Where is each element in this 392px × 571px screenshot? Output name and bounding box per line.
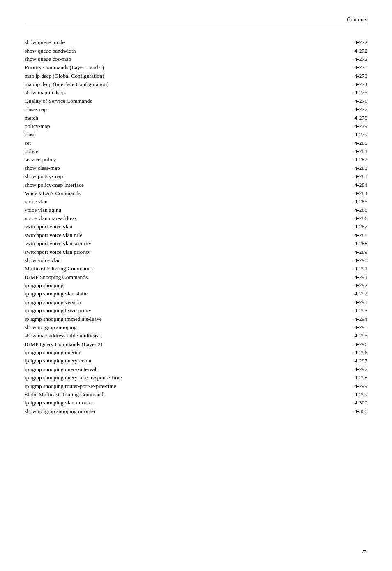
toc-row: set4-280	[25, 139, 367, 147]
toc-label: Quality of Service Commands	[25, 97, 299, 105]
toc-page: 4-292	[299, 290, 367, 298]
toc-label: ip igmp snooping query-interval	[25, 365, 299, 374]
toc-page: 4-272	[299, 55, 367, 63]
toc-label: service-policy	[25, 156, 299, 164]
toc-page: 4-278	[299, 114, 367, 122]
toc-page: 4-286	[299, 214, 367, 223]
toc-page: 4-297	[299, 365, 367, 374]
toc-row: voice vlan4-285	[25, 197, 367, 206]
toc-label: show queue bandwidth	[25, 46, 299, 55]
toc-row: Multicast Filtering Commands4-291	[25, 265, 367, 273]
toc-page: 4-275	[299, 88, 367, 97]
toc-page: 4-299	[299, 390, 367, 399]
toc-row: show mac-address-table multicast4-295	[25, 332, 367, 340]
toc-label: police	[25, 147, 299, 156]
toc-row: Voice VLAN Commands4-284	[25, 189, 367, 197]
toc-row: voice vlan mac-address4-286	[25, 214, 367, 223]
toc-page: 4-297	[299, 357, 367, 365]
toc-row: switchport voice vlan rule4-288	[25, 231, 367, 239]
toc-row: show policy-map4-283	[25, 172, 367, 181]
toc-row: show class-map4-283	[25, 164, 367, 172]
toc-row: ip igmp snooping vlan static4-292	[25, 290, 367, 298]
toc-page: 4-279	[299, 130, 367, 139]
toc-table: show queue mode4-272show queue bandwidth…	[25, 38, 367, 415]
toc-label: ip igmp snooping immediate-leave	[25, 315, 299, 323]
toc-row: show policy-map interface4-284	[25, 181, 367, 189]
toc-row: switchport voice vlan4-287	[25, 223, 367, 231]
toc-label: show voice vlan	[25, 256, 299, 265]
page-number: xv	[362, 548, 367, 554]
toc-row: show queue mode4-272	[25, 38, 367, 46]
toc-page: 4-294	[299, 315, 367, 323]
toc-page: 4-279	[299, 122, 367, 130]
toc-label: show policy-map interface	[25, 181, 299, 189]
toc-page: 4-295	[299, 323, 367, 332]
toc-row: IGMP Query Commands (Layer 2)4-296	[25, 340, 367, 348]
toc-page: 4-299	[299, 382, 367, 390]
toc-label: map ip dscp (Global Configuration)	[25, 72, 299, 80]
toc-label: voice vlan aging	[25, 206, 299, 214]
page-header: Contents	[25, 16, 367, 26]
toc-row: ip igmp snooping query-interval4-297	[25, 365, 367, 374]
toc-row: map ip dscp (Interface Configuration)4-2…	[25, 80, 367, 88]
toc-row: ip igmp snooping immediate-leave4-294	[25, 315, 367, 323]
toc-page: 4-272	[299, 46, 367, 55]
toc-row: service-policy4-282	[25, 156, 367, 164]
toc-page: 4-290	[299, 256, 367, 265]
toc-page: 4-291	[299, 265, 367, 273]
toc-label: switchport voice vlan	[25, 223, 299, 231]
toc-page: 4-284	[299, 189, 367, 197]
toc-row: IGMP Snooping Commands4-291	[25, 273, 367, 281]
toc-page: 4-273	[299, 72, 367, 80]
toc-label: switchport voice vlan rule	[25, 231, 299, 239]
toc-row: map ip dscp (Global Configuration)4-273	[25, 72, 367, 80]
page-footer: xv	[362, 548, 367, 555]
toc-row: show ip igmp snooping mrouter4-300	[25, 407, 367, 415]
toc-row: ip igmp snooping leave-proxy4-293	[25, 306, 367, 315]
toc-row: Static Multicast Routing Commands4-299	[25, 390, 367, 399]
toc-row: ip igmp snooping query-count4-297	[25, 357, 367, 365]
toc-page: 4-291	[299, 273, 367, 281]
toc-label: Static Multicast Routing Commands	[25, 390, 299, 399]
toc-label: ip igmp snooping vlan static	[25, 290, 299, 298]
toc-row: ip igmp snooping querier4-296	[25, 348, 367, 357]
toc-label: show policy-map	[25, 172, 299, 181]
toc-page: 4-276	[299, 97, 367, 105]
toc-label: switchport voice vlan priority	[25, 248, 299, 256]
toc-label: class	[25, 130, 299, 139]
toc-page: 4-284	[299, 181, 367, 189]
toc-label: ip igmp snooping vlan mrouter	[25, 399, 299, 407]
toc-page: 4-282	[299, 156, 367, 164]
toc-row: show queue cos-map4-272	[25, 55, 367, 63]
toc-page: 4-288	[299, 231, 367, 239]
toc-row: class-map4-277	[25, 105, 367, 114]
toc-row: show map ip dscp4-275	[25, 88, 367, 97]
toc-label: Multicast Filtering Commands	[25, 265, 299, 273]
toc-page: 4-277	[299, 105, 367, 114]
toc-row: voice vlan aging4-286	[25, 206, 367, 214]
toc-label: show ip igmp snooping mrouter	[25, 407, 299, 415]
toc-page: 4-274	[299, 80, 367, 88]
toc-label: show class-map	[25, 164, 299, 172]
toc-label: IGMP Snooping Commands	[25, 273, 299, 281]
toc-label: voice vlan mac-address	[25, 214, 299, 223]
toc-page: 4-288	[299, 239, 367, 248]
toc-row: switchport voice vlan security4-288	[25, 239, 367, 248]
toc-page: 4-300	[299, 407, 367, 415]
toc-row: Quality of Service Commands4-276	[25, 97, 367, 105]
toc-page: 4-287	[299, 223, 367, 231]
toc-label: ip igmp snooping	[25, 281, 299, 290]
toc-row: Priority Commands (Layer 3 and 4)4-273	[25, 63, 367, 72]
toc-row: ip igmp snooping version4-293	[25, 298, 367, 306]
toc-page: 4-273	[299, 63, 367, 72]
toc-page: 4-295	[299, 332, 367, 340]
toc-label: ip igmp snooping querier	[25, 348, 299, 357]
toc-row: ip igmp snooping query-max-response-time…	[25, 374, 367, 382]
header-title: Contents	[347, 16, 367, 23]
toc-label: show queue mode	[25, 38, 299, 46]
toc-label: match	[25, 114, 299, 122]
toc-page: 4-286	[299, 206, 367, 214]
toc-label: class-map	[25, 105, 299, 114]
toc-label: set	[25, 139, 299, 147]
toc-row: show queue bandwidth4-272	[25, 46, 367, 55]
